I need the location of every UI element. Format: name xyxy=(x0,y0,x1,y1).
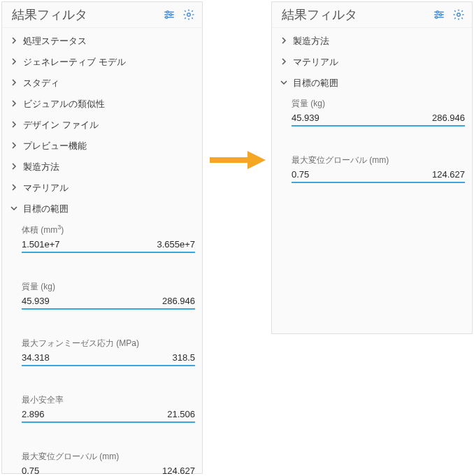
range-label: 最大フォンミーゼス応力 (MPa) xyxy=(22,338,195,349)
sliders-icon[interactable] xyxy=(433,8,445,21)
range-slider[interactable]: 45.939286.946 xyxy=(22,296,195,310)
section-list-right: 製造方法マテリアル目標の範囲質量 (kg)45.939286.946最大変位グロ… xyxy=(272,28,472,194)
chevron-right-icon xyxy=(280,58,287,66)
range-block: 質量 (kg)45.939286.946 xyxy=(2,277,202,321)
range-block: 最小安全率 2.89621.506 xyxy=(2,390,202,434)
range-unit: (mm) xyxy=(99,452,119,461)
section-row[interactable]: 製造方法 xyxy=(2,157,202,178)
chevron-right-icon xyxy=(10,37,17,45)
section-label: 処理ステータス xyxy=(23,35,87,48)
section-label: 製造方法 xyxy=(293,35,329,48)
range-unit: (kg) xyxy=(41,282,55,291)
range-label: 質量 (kg) xyxy=(292,98,465,110)
panel-header: 結果フィルタ xyxy=(2,2,202,28)
range-block: 最大フォンミーゼス応力 (MPa)34.318318.5 xyxy=(2,333,202,377)
section-row[interactable]: スタディ xyxy=(2,73,202,94)
range-label: 体積 (mm3) xyxy=(22,224,195,236)
sliders-icon[interactable] xyxy=(163,8,175,21)
chevron-right-icon xyxy=(10,121,17,129)
section-row[interactable]: マテリアル xyxy=(272,52,472,73)
section-row[interactable]: 製造方法 xyxy=(272,31,472,52)
range-slider[interactable]: 0.75124.627 xyxy=(292,169,465,183)
section-label: デザイン ファイル xyxy=(23,119,99,131)
range-max-value[interactable]: 3.655e+7 xyxy=(157,239,195,250)
range-block: 質量 (kg)45.939286.946 xyxy=(272,94,472,138)
chevron-down-icon xyxy=(10,205,17,213)
range-unit: (MPa) xyxy=(116,338,139,348)
section-label: ジェネレーティブ モデル xyxy=(23,56,126,68)
section-row[interactable]: ジェネレーティブ モデル xyxy=(2,52,202,73)
panel-title: 結果フィルタ xyxy=(12,6,87,23)
svg-point-6 xyxy=(187,13,191,17)
section-row[interactable]: ビジュアルの類似性 xyxy=(2,94,202,115)
svg-point-10 xyxy=(440,14,442,16)
section-row[interactable]: マテリアル xyxy=(2,178,202,199)
chevron-right-icon xyxy=(10,184,17,192)
range-unit: (kg) xyxy=(310,99,325,108)
range-label: 質量 (kg) xyxy=(22,281,195,293)
panel-tools xyxy=(163,8,195,21)
range-slider[interactable]: 1.501e+73.655e+7 xyxy=(22,239,195,253)
range-min-value[interactable]: 1.501e+7 xyxy=(22,239,60,250)
chevron-down-icon xyxy=(280,79,287,87)
section-label: マテリアル xyxy=(293,56,338,68)
range-min-value[interactable]: 45.939 xyxy=(22,296,50,306)
panel-title: 結果フィルタ xyxy=(282,6,357,23)
section-label: 目標の範囲 xyxy=(293,77,338,89)
filter-panel-left: 結果フィルタ 処理ステータスジェネレーティブ モデルスタディビジ xyxy=(1,1,203,474)
range-block: 最大変位グローバル (mm)0.75124.627 xyxy=(2,447,202,476)
range-min-value[interactable]: 45.939 xyxy=(292,113,319,123)
range-max-value[interactable]: 318.5 xyxy=(172,352,195,363)
svg-point-5 xyxy=(166,16,168,18)
chevron-right-icon xyxy=(10,142,17,150)
section-label: プレビュー機能 xyxy=(23,140,87,152)
range-block: 最大変位グローバル (mm)0.75124.627 xyxy=(272,150,472,194)
range-min-value[interactable]: 0.75 xyxy=(292,169,309,180)
chevron-right-icon xyxy=(10,163,17,171)
gear-icon[interactable] xyxy=(452,8,465,21)
gear-icon[interactable] xyxy=(182,8,195,21)
chevron-right-icon xyxy=(10,100,17,108)
range-slider[interactable]: 34.318318.5 xyxy=(22,352,195,366)
range-label: 最大変位グローバル (mm) xyxy=(292,154,465,166)
section-label: マテリアル xyxy=(23,182,69,194)
range-unit: (mm3) xyxy=(41,225,64,235)
range-block: 体積 (mm3)1.501e+73.655e+7 xyxy=(2,219,202,264)
range-max-value[interactable]: 124.627 xyxy=(162,466,195,476)
range-max-value[interactable]: 21.506 xyxy=(167,409,195,419)
range-min-value[interactable]: 0.75 xyxy=(22,466,39,476)
range-label: 最小安全率 xyxy=(22,394,195,406)
chevron-right-icon xyxy=(10,58,17,66)
section-label: 製造方法 xyxy=(23,161,59,173)
svg-marker-15 xyxy=(247,151,266,169)
section-row[interactable]: 処理ステータス xyxy=(2,31,202,52)
range-max-value[interactable]: 124.627 xyxy=(432,169,465,180)
section-list-left: 処理ステータスジェネレーティブ モデルスタディビジュアルの類似性デザイン ファイ… xyxy=(2,28,202,476)
section-row[interactable]: 目標の範囲 xyxy=(2,199,202,219)
section-row[interactable]: 目標の範囲 xyxy=(272,73,472,94)
range-min-value[interactable]: 2.896 xyxy=(22,409,45,419)
svg-rect-14 xyxy=(210,157,249,163)
section-label: ビジュアルの類似性 xyxy=(23,98,105,110)
svg-point-12 xyxy=(436,16,438,18)
panel-header: 結果フィルタ xyxy=(272,2,472,28)
svg-point-1 xyxy=(166,11,168,13)
section-label: スタディ xyxy=(23,77,59,89)
range-slider[interactable]: 45.939286.946 xyxy=(292,113,465,127)
range-max-value[interactable]: 286.946 xyxy=(432,113,465,123)
section-row[interactable]: プレビュー機能 xyxy=(2,136,202,157)
section-row[interactable]: デザイン ファイル xyxy=(2,115,202,136)
arrow-icon xyxy=(210,150,266,171)
svg-point-3 xyxy=(170,14,172,16)
chevron-right-icon xyxy=(10,79,17,87)
panel-tools xyxy=(433,8,465,21)
svg-point-8 xyxy=(436,11,438,13)
range-slider[interactable]: 2.89621.506 xyxy=(22,409,195,423)
section-label: 目標の範囲 xyxy=(23,203,69,215)
range-max-value[interactable]: 286.946 xyxy=(162,296,195,306)
range-slider[interactable]: 0.75124.627 xyxy=(22,466,195,476)
svg-point-13 xyxy=(457,13,461,17)
range-min-value[interactable]: 34.318 xyxy=(22,352,50,363)
chevron-right-icon xyxy=(280,37,287,45)
range-unit: (mm) xyxy=(369,155,389,165)
